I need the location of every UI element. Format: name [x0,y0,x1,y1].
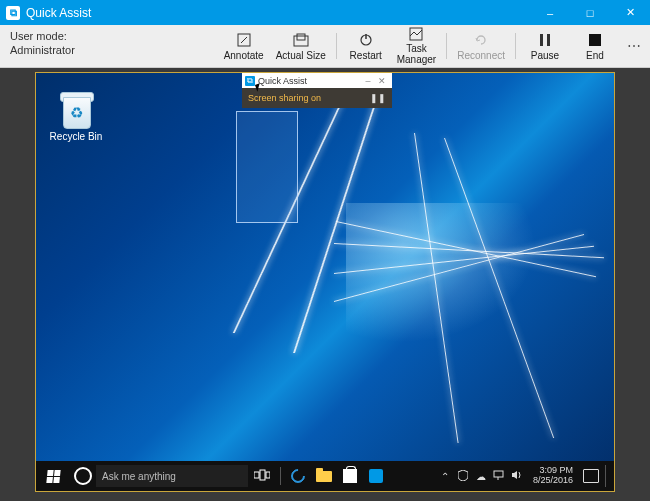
mini-app-icon: ⧉ [245,76,255,86]
end-icon [589,32,601,48]
store-icon [343,469,357,483]
action-center-icon[interactable] [583,469,599,483]
mini-minimize-button[interactable]: – [361,76,375,86]
edge-app[interactable] [285,461,311,491]
search-placeholder: Ask me anything [102,471,176,482]
svg-rect-1 [294,36,308,46]
wallpaper-beam [334,243,604,258]
maximize-button[interactable]: □ [570,0,610,25]
quick-assist-icon [369,469,383,483]
reconnect-icon [474,32,488,48]
remote-quick-assist-titlebar[interactable]: ⧉ Quick Assist – ✕ [242,73,392,88]
svg-rect-10 [260,470,265,480]
store-app[interactable] [337,461,363,491]
svg-rect-9 [254,472,259,478]
taskbar-separator [280,467,281,485]
show-desktop-button[interactable] [605,465,610,487]
mini-pause-icon[interactable]: ❚❚ [370,88,386,108]
start-button[interactable] [36,461,70,491]
pause-label: Pause [531,50,559,61]
pause-button[interactable]: Pause [520,25,570,67]
actual-size-label: Actual Size [276,50,326,61]
mini-app-title: Quick Assist [258,76,307,86]
remote-taskbar: Ask me anything ⌃ ☁ [36,461,614,491]
svg-rect-2 [297,34,305,40]
recycle-bin-label: Recycle Bin [46,131,106,142]
annotate-label: Annotate [224,50,264,61]
svg-rect-6 [540,34,543,46]
svg-rect-11 [266,472,270,478]
task-view-button[interactable] [254,469,270,483]
end-button[interactable]: End [570,25,620,67]
clock[interactable]: 3:09 PM 8/25/2016 [533,466,573,486]
clock-date: 8/25/2016 [533,476,573,486]
annotate-icon [237,32,251,48]
quick-assist-app[interactable] [363,461,389,491]
system-tray: ⌃ ☁ 3:09 PM 8/25/2016 [389,465,614,487]
task-manager-label: Task Manager [397,43,436,65]
user-mode-value: Administrator [10,43,75,57]
remote-desktop[interactable]: ♻ Recycle Bin ⧉ Quick Assist – ✕ Screen … [36,73,614,491]
search-box[interactable]: Ask me anything [96,465,248,487]
wallpaper-beam [414,133,459,443]
restart-button[interactable]: Restart [341,25,391,67]
remote-quick-assist-status: Screen sharing on ❚❚ [242,88,392,108]
user-mode-label: User mode: [10,29,75,43]
reconnect-label: Reconnect [457,50,505,61]
actual-size-button[interactable]: Actual Size [270,25,332,67]
svg-rect-8 [589,34,601,46]
tray-volume-icon[interactable] [511,470,523,482]
task-manager-button[interactable]: Task Manager [391,25,442,67]
tray-network-icon[interactable] [493,470,505,482]
app-icon: ⧉ [6,6,20,20]
windows-logo-icon [46,470,60,483]
wallpaper-beam [293,73,386,353]
actual-size-icon [293,32,309,48]
file-explorer-app[interactable] [311,461,337,491]
annotate-button[interactable]: Annotate [218,25,270,67]
wallpaper-beam [444,138,554,438]
close-button[interactable]: ✕ [610,0,650,25]
tray-security-icon[interactable] [457,470,469,483]
toolbar: User mode: Administrator Annotate Actual… [0,25,650,68]
end-label: End [586,50,604,61]
selection-rectangle [236,111,298,223]
mini-close-button[interactable]: ✕ [375,76,389,86]
more-button[interactable]: ⋯ [620,25,650,67]
task-manager-icon [409,27,423,41]
cortana-icon[interactable] [74,467,92,485]
user-mode: User mode: Administrator [0,25,85,67]
toolbar-separator [446,33,447,59]
edge-icon [288,466,308,486]
restart-icon [359,32,373,48]
restart-label: Restart [350,50,382,61]
folder-icon [316,471,332,482]
svg-rect-7 [547,34,550,46]
mini-status-text: Screen sharing on [248,88,321,108]
toolbar-separator [515,33,516,59]
titlebar: ⧉ Quick Assist – □ ✕ [0,0,650,25]
app-title: Quick Assist [26,6,91,20]
minimize-button[interactable]: – [530,0,570,25]
recycle-bin-icon: ♻ [56,89,96,129]
pause-icon [539,32,551,48]
tray-chevron-icon[interactable]: ⌃ [439,471,451,482]
svg-rect-12 [494,471,503,477]
tray-onedrive-icon[interactable]: ☁ [475,471,487,482]
remote-viewport[interactable]: ♻ Recycle Bin ⧉ Quick Assist – ✕ Screen … [0,68,650,501]
reconnect-button: Reconnect [451,25,511,67]
toolbar-separator [336,33,337,59]
recycle-bin[interactable]: ♻ Recycle Bin [46,89,106,142]
